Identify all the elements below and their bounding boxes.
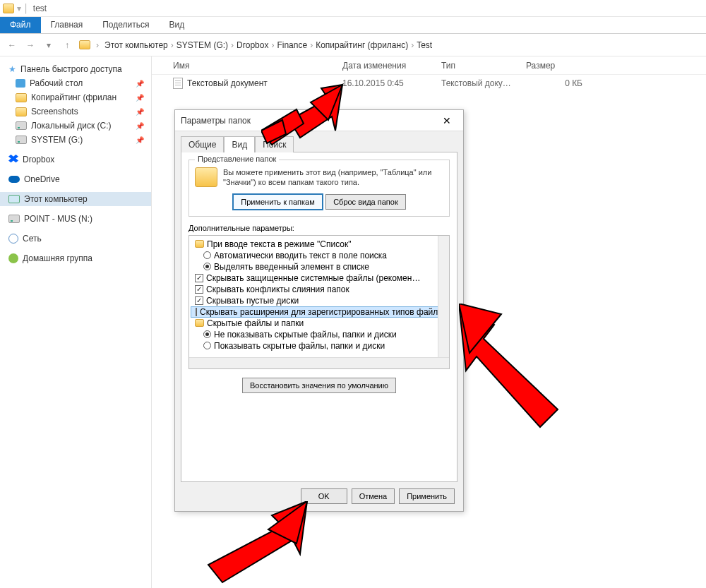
crumb[interactable]: Finance [277, 40, 307, 50]
folder-icon [195, 319, 204, 327]
text-file-icon [173, 78, 183, 89]
col-type[interactable]: Тип [441, 61, 526, 71]
checkbox-icon[interactable] [195, 285, 203, 294]
tree-row[interactable]: Скрывать защищенные системные файлы (рек… [191, 272, 448, 284]
sidebar-network-drive[interactable]: POINT - MUS (N:) [0, 212, 151, 226]
tree-row[interactable]: Автоматически вводить текст в поле поиск… [191, 250, 448, 261]
column-headers[interactable]: Имя Дата изменения Тип Размер [152, 56, 706, 75]
tree-row[interactable]: Скрывать пустые диски [191, 295, 448, 306]
sidebar-item[interactable]: Рабочий стол📌 [0, 76, 151, 90]
window-title: test [33, 4, 47, 13]
crumb[interactable]: Test [417, 40, 432, 50]
nav-back-icon[interactable]: ← [6, 39, 18, 52]
navigation-bar: ← → ▾ ↑ › Этот компьютер› SYSTEM (G:)› D… [0, 34, 706, 56]
advanced-settings-tree[interactable]: При вводе текста в режиме "Список" Автом… [189, 235, 450, 369]
tree-row[interactable]: Скрытые файлы и папки [191, 318, 448, 329]
tree-row-hide-extensions[interactable]: Скрывать расширения для зарегистрированн… [191, 306, 448, 318]
network-icon [8, 234, 18, 244]
monitor-icon [8, 195, 20, 203]
dialog-title: Параметры папок [181, 116, 436, 126]
radio-icon[interactable] [203, 330, 211, 338]
sidebar-dropbox[interactable]: Dropbox [0, 152, 151, 167]
crumb[interactable]: Копирайтинг (фриланс) [316, 40, 408, 50]
pin-icon: 📌 [136, 108, 144, 116]
horizontal-scrollbar[interactable] [189, 357, 449, 368]
dialog-footer: OK Отмена Применить [301, 488, 455, 504]
col-size[interactable]: Размер [526, 61, 582, 71]
cancel-button[interactable]: Отмена [352, 488, 395, 504]
sidebar-item[interactable]: Локальный диск (C:)📌 [0, 119, 151, 133]
sidebar-quick-access[interactable]: ★Панель быстрого доступа [0, 62, 151, 76]
close-icon[interactable]: ✕ [436, 115, 457, 126]
radio-icon[interactable] [203, 342, 211, 349]
dialog-body: Представление папок Вы можете применить … [181, 152, 457, 482]
folder-icon [16, 93, 27, 102]
ribbon-tab-share[interactable]: Поделиться [92, 17, 159, 33]
folder-views-group: Представление папок Вы можете применить … [189, 160, 450, 217]
window-titlebar: ▾ │ test [0, 0, 706, 17]
crumb[interactable]: Этот компьютер [104, 40, 168, 50]
pin-icon: 📌 [136, 94, 144, 102]
group-text: Вы можете применить этот вид (например, … [195, 167, 443, 188]
tree-row[interactable]: Показывать скрытые файлы, папки и диски [191, 340, 448, 352]
advanced-label: Дополнительные параметры: [189, 224, 450, 232]
tree-row[interactable]: При вводе текста в режиме "Список" [191, 239, 448, 250]
reset-folders-button[interactable]: Сброс вида папок [325, 194, 406, 210]
quick-access-bar: ▾ │ [17, 4, 29, 13]
ok-button[interactable]: OK [301, 488, 347, 504]
group-legend: Представление папок [195, 155, 279, 163]
sidebar-homegroup[interactable]: Домашняя группа [0, 251, 151, 265]
sidebar-onedrive[interactable]: OneDrive [0, 172, 151, 186]
pin-icon: 📌 [136, 80, 144, 88]
sidebar-item[interactable]: SYSTEM (G:)📌 [0, 133, 151, 147]
nav-history-icon[interactable]: ▾ [42, 39, 55, 52]
sidebar-network[interactable]: Сеть [0, 232, 151, 246]
nav-up-icon[interactable]: ↑ [61, 39, 73, 52]
sidebar-this-pc[interactable]: Этот компьютер [0, 192, 151, 206]
tree-row[interactable]: Не показывать скрытые файлы, папки и дис… [191, 329, 448, 340]
crumb[interactable]: SYSTEM (G:) [176, 40, 228, 50]
tab-view[interactable]: Вид [224, 136, 255, 152]
tab-search[interactable]: Поиск [255, 136, 294, 152]
ribbon-file-tab[interactable]: Файл [0, 17, 41, 33]
file-row[interactable]: Текстовый документ 16.10.2015 0:45 Текст… [152, 75, 706, 92]
homegroup-icon [8, 253, 18, 263]
nav-forward-icon[interactable]: → [24, 39, 37, 52]
folder-icon [79, 40, 90, 49]
checkbox-icon[interactable] [195, 296, 203, 305]
sidebar-item[interactable]: Screenshots📌 [0, 104, 151, 119]
col-date[interactable]: Дата изменения [342, 61, 441, 71]
radio-icon[interactable] [203, 263, 211, 270]
folder-icon [16, 107, 27, 116]
restore-defaults-button[interactable]: Восстановить значения по умолчанию [242, 378, 396, 393]
ribbon: Файл Главная Поделиться Вид [0, 17, 706, 34]
folder-icon [195, 240, 204, 248]
tree-row[interactable]: Скрывать конфликты слияния папок [191, 284, 448, 295]
ribbon-tab-home[interactable]: Главная [41, 17, 93, 33]
checkbox-icon[interactable] [195, 274, 203, 282]
dropbox-icon [8, 155, 18, 164]
desktop-icon [16, 79, 25, 88]
tree-row[interactable]: Выделять введенный элемент в списке [191, 261, 448, 272]
folder-icon [3, 4, 14, 13]
crumb[interactable]: Dropbox [237, 40, 268, 50]
pin-icon: 📌 [136, 136, 144, 144]
navigation-pane: ★Панель быстрого доступа Рабочий стол📌 К… [0, 56, 152, 588]
dialog-tabs: Общие Вид Поиск [175, 131, 463, 152]
folder-options-dialog: Параметры папок ✕ Общие Вид Поиск Предст… [174, 109, 464, 512]
col-name[interactable]: Имя [173, 61, 342, 71]
apply-button[interactable]: Применить [399, 488, 455, 504]
tab-general[interactable]: Общие [181, 136, 224, 152]
dialog-titlebar[interactable]: Параметры папок ✕ [175, 110, 463, 131]
radio-icon[interactable] [203, 251, 211, 259]
checkbox-icon[interactable] [196, 308, 197, 316]
vertical-scrollbar[interactable] [438, 236, 449, 357]
ribbon-tab-view[interactable]: Вид [159, 17, 194, 33]
drive-icon [16, 136, 27, 144]
folder-icon [195, 167, 217, 187]
drive-icon [16, 121, 27, 130]
sidebar-item[interactable]: Копирайтинг (фрилан📌 [0, 90, 151, 104]
pin-icon: 📌 [136, 122, 144, 130]
apply-to-folders-button[interactable]: Применить к папкам [232, 193, 323, 210]
breadcrumb[interactable]: Этот компьютер› SYSTEM (G:)› Dropbox› Fi… [104, 40, 432, 50]
